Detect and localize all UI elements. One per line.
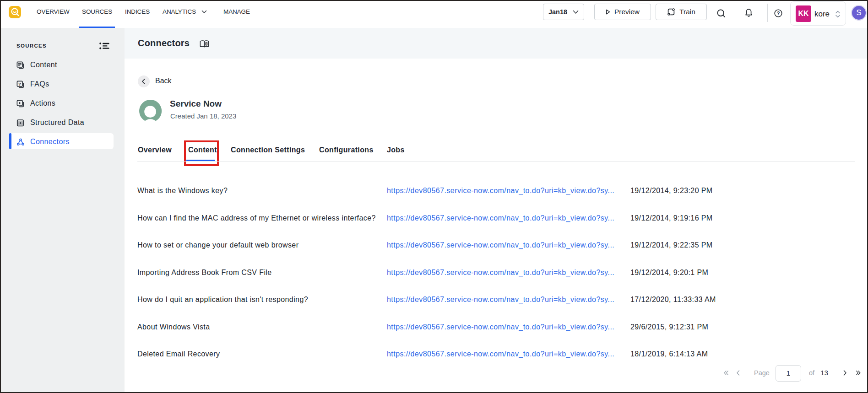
svg-text:?: ? [777,11,780,16]
svg-text:i: i [206,42,207,45]
svg-text:?: ? [18,81,21,86]
